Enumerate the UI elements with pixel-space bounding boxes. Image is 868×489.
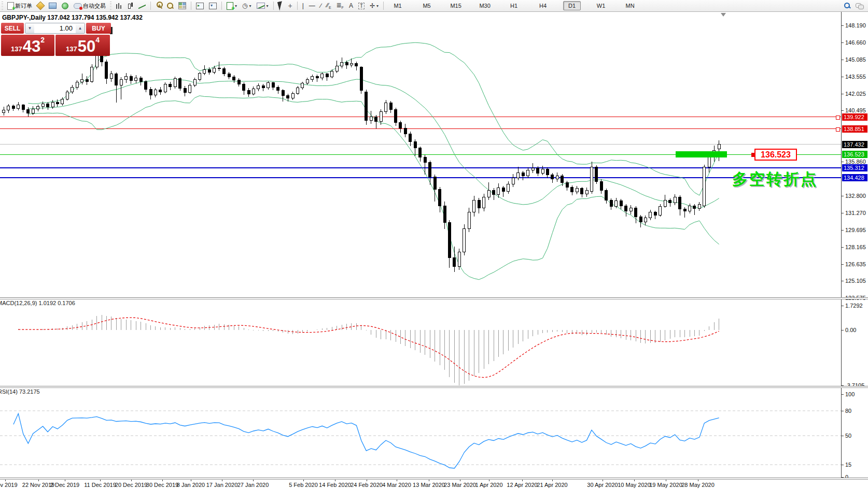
resistance-1-handle[interactable]	[836, 116, 840, 120]
data-window-button[interactable]	[46, 0, 59, 11]
cursor-button[interactable]	[276, 0, 286, 11]
line-chart-button[interactable]	[136, 0, 148, 11]
price-tick-label: 125.105	[845, 278, 866, 284]
buy-price-box[interactable]: 137 50 4	[55, 35, 110, 56]
price-tick	[842, 77, 844, 77]
zoom-in-button[interactable]	[153, 0, 164, 11]
autotrading-icon	[74, 3, 82, 9]
sell-price-box[interactable]: 137 43 2	[1, 35, 54, 56]
sell-price-big: 43	[23, 39, 40, 54]
date-label: 20 Dec 2019	[115, 482, 147, 488]
crosshair-button[interactable]: +	[286, 0, 295, 11]
price-tick-label: 140.495	[845, 107, 866, 113]
price-tick-label: 146.660	[845, 39, 866, 46]
price-callout-box[interactable]: 136.523	[754, 149, 797, 161]
timeframe-m5[interactable]: M5	[418, 1, 436, 10]
timeframe-h1[interactable]: H1	[505, 1, 523, 10]
metaeditor-icon	[36, 2, 45, 10]
horizontal-line-icon: —	[309, 2, 315, 9]
sell-button[interactable]: SELL	[1, 23, 24, 34]
new-order-icon	[7, 2, 14, 10]
price-tick	[842, 162, 844, 162]
new-order-button[interactable]: 新订单	[5, 0, 35, 11]
templates-button[interactable]: ▾	[254, 0, 271, 11]
volume-input[interactable]: 1.00	[34, 23, 76, 33]
annotation-text[interactable]: 多空转折点	[732, 169, 818, 190]
date-label: 19 May 2020	[649, 482, 682, 488]
rsi-axis-label: 80	[845, 408, 851, 414]
price-tick	[842, 281, 844, 281]
crosshair-icon: +	[288, 3, 292, 8]
arrows-icon: ✢	[370, 2, 375, 9]
date-label: Nov 2019	[0, 482, 18, 488]
toolbar: 新订单 自动交易 ▾ ◷▾ ▾ + | — ∕ ∕∕E	[0, 0, 868, 12]
text-button[interactable]: A	[346, 0, 356, 11]
bar-chart-icon	[116, 3, 122, 9]
zoom-out-button[interactable]	[164, 0, 176, 11]
buy-button[interactable]: BUY	[86, 23, 111, 34]
price-tick	[842, 60, 844, 60]
price-tick-label: 148.190	[845, 22, 866, 28]
chat-button[interactable]	[853, 0, 866, 11]
timeframe-d1[interactable]: D1	[563, 1, 581, 10]
volume-up-button[interactable]: ▲	[76, 23, 85, 33]
date-label: 23 Mar 2020	[444, 482, 476, 488]
horizontal-line-button[interactable]: —	[306, 0, 318, 11]
date-axis[interactable]: Nov 201922 Nov 20192 Dec 201911 Dec 2019…	[0, 479, 868, 489]
price-tick-label: 128.165	[845, 244, 866, 250]
mt4-window: 新订单 自动交易 ▾ ◷▾ ▾ + | — ∕ ∕∕E	[0, 0, 868, 489]
clock-icon: ◷	[242, 2, 247, 9]
search-button[interactable]	[842, 0, 853, 11]
resistance-2-handle[interactable]	[836, 127, 840, 132]
timeframe-h4[interactable]: H4	[534, 1, 552, 10]
text-label-icon: T	[358, 3, 365, 9]
current-price-price-tag: 137.432	[842, 141, 867, 148]
chart-shift-icon	[209, 3, 217, 9]
autotrading-button[interactable]: 自动交易	[71, 0, 108, 11]
fibonacci-button[interactable]: ≣F	[334, 0, 346, 11]
volume-down-button[interactable]: ▼	[25, 23, 34, 33]
signals-button[interactable]	[59, 0, 71, 11]
date-label: 14 Feb 2020	[319, 482, 351, 488]
date-label: 24 Feb 2020	[351, 482, 383, 488]
new-order-label: 新订单	[15, 2, 32, 10]
timeframe-m15[interactable]: M15	[447, 1, 465, 10]
date-label: 13 Mar 2020	[413, 482, 445, 488]
add-indicator-button[interactable]: ▾	[224, 0, 240, 11]
arrows-button[interactable]: ✢▾	[367, 0, 381, 11]
candlestick-chart-button[interactable]	[124, 0, 136, 11]
bar-chart-button[interactable]	[113, 0, 124, 11]
periods-button[interactable]: ◷▾	[240, 0, 254, 11]
timeframe-m30[interactable]: M30	[476, 1, 494, 10]
rsi-axis-label: 100	[845, 391, 855, 397]
support-2-price-tag: 134.428	[842, 174, 867, 181]
chart-shift-marker[interactable]	[721, 13, 726, 17]
auto-arrange-button[interactable]	[193, 0, 206, 11]
metaeditor-button[interactable]	[35, 0, 46, 11]
macd-label: MACD(12,26,9) 1.0192 0.1706	[0, 300, 75, 306]
highlight-rectangle-object[interactable]	[676, 151, 727, 157]
search-icon	[844, 3, 850, 9]
price-tick-label: 126.635	[845, 261, 866, 267]
trendline-button[interactable]: ∕	[318, 0, 324, 11]
volume-stepper: ▼ 1.00 ▲	[25, 23, 85, 34]
timeframe-w1[interactable]: W1	[592, 1, 610, 10]
timeframe-mn[interactable]: MN	[621, 1, 639, 10]
vertical-line-button[interactable]: |	[300, 0, 306, 11]
date-label: 4 Mar 2020	[382, 482, 411, 488]
text-label-button[interactable]: T	[356, 0, 367, 11]
macd-axis-label: 1.7292	[845, 303, 863, 309]
buy-price-big: 50	[78, 39, 95, 54]
channel-button[interactable]: ∕∕E	[324, 0, 334, 11]
macd-panel[interactable]	[0, 299, 841, 386]
date-label: 2 Dec 2019	[50, 482, 79, 488]
price-axis[interactable]	[841, 12, 842, 478]
rsi-panel[interactable]	[0, 387, 841, 478]
add-indicator-icon	[227, 2, 233, 10]
candlestick-chart-icon	[127, 3, 133, 9]
cursor-icon	[277, 1, 284, 11]
timeframe-m1[interactable]: M1	[389, 1, 407, 10]
date-label: 11 Dec 2019	[84, 482, 116, 488]
chart-shift-button[interactable]	[206, 0, 219, 11]
tile-windows-button[interactable]	[176, 0, 189, 11]
